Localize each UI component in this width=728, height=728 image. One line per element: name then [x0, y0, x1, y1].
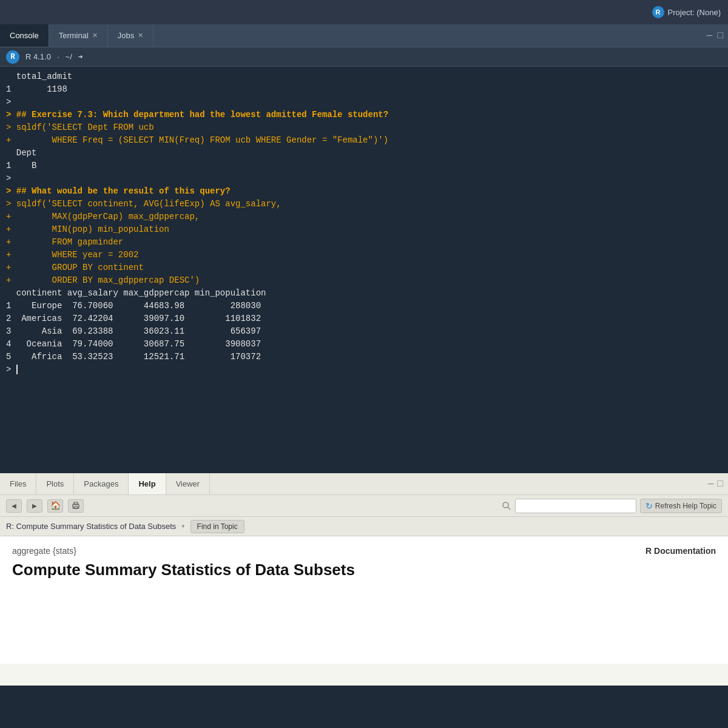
console-line-8: 1 B — [6, 160, 722, 172]
console-line-4: > ## Exercise 7.3: Which department had … — [6, 109, 722, 121]
tab-help[interactable]: Help — [129, 473, 166, 494]
breadcrumb-text: R: Compute Summary Statistics of Data Su… — [6, 522, 176, 531]
console-line-14: + FROM gapminder — [6, 236, 722, 249]
console-line-16: + GROUP BY continent — [6, 261, 722, 274]
console-table-row3: 3 Asia 69.23388 36023.11 656397 — [6, 325, 722, 338]
refresh-icon: ↻ — [645, 501, 653, 511]
console-line-1: total_admit — [6, 70, 722, 83]
tab-files[interactable]: Files — [0, 473, 36, 494]
console-table-row4: 4 Oceania 79.74000 30687.75 3908037 — [6, 338, 722, 351]
console-table-header: continent avg_salary max_gdppercap min_p… — [6, 287, 722, 300]
svg-point-3 — [503, 502, 508, 508]
forward-button[interactable]: ▶ — [27, 499, 42, 513]
print-button[interactable] — [68, 499, 84, 513]
r-version-path: ~/ — [66, 52, 72, 61]
r-version-sep: · — [57, 52, 59, 61]
bottom-tab-right-controls: — □ — [708, 473, 728, 494]
console-line-2: 1 1198 — [6, 83, 722, 96]
top-bar: R Project: (None) — [0, 0, 728, 24]
tab-packages[interactable]: Packages — [74, 473, 129, 494]
bottom-minimize-icon[interactable]: — — [708, 479, 714, 490]
breadcrumb-dropdown-icon[interactable]: ▾ — [181, 522, 185, 531]
terminal-close-icon[interactable]: ✕ — [92, 32, 98, 39]
search-icon — [502, 501, 511, 511]
tab-terminal[interactable]: Terminal ✕ — [49, 24, 108, 47]
r-logo-icon: R — [652, 6, 664, 18]
bottom-tab-bar: Files Plots Packages Help Viewer — □ — [0, 473, 728, 495]
bottom-panel: Files Plots Packages Help Viewer — □ ◀ ▶… — [0, 473, 728, 686]
console-line-6: + WHERE Freq = (SELECT MIN(Freq) FROM uc… — [6, 134, 722, 147]
console-line-9: > — [6, 172, 722, 185]
r-version-bar: R R 4.1.0 · ~/ ➜ — [0, 47, 728, 67]
svg-rect-1 — [74, 502, 78, 505]
r-arrow-icon: ➜ — [78, 52, 83, 62]
tab-plots[interactable]: Plots — [36, 473, 74, 494]
console-table-row1: 1 Europe 76.70060 44683.98 288030 — [6, 300, 722, 312]
console-table-row5: 5 Africa 53.32523 12521.71 170372 — [6, 351, 722, 363]
console-table-row2: 2 Americas 72.42204 39097.10 1101832 — [6, 312, 722, 325]
tab-console[interactable]: Console — [0, 24, 49, 47]
console-line-17: + ORDER BY max_gdppercap DESC') — [6, 274, 722, 287]
refresh-label: Refresh Help Topic — [655, 502, 716, 510]
minimize-icon[interactable]: — — [707, 30, 713, 41]
help-toolbar: ◀ ▶ 🏠 ↻ Refresh Help Topic — [0, 495, 728, 517]
project-badge: R Project: (None) — [652, 6, 721, 18]
console-prompt-final: > ​ — [6, 363, 722, 376]
find-in-topic-button[interactable]: Find in Topic — [190, 520, 244, 533]
refresh-help-button[interactable]: ↻ Refresh Help Topic — [640, 499, 722, 513]
bottom-maximize-icon[interactable]: □ — [717, 479, 723, 490]
console-line-15: + WHERE year = 2002 — [6, 249, 722, 261]
console-area[interactable]: total_admit 1 1198 > > ## Exercise 7.3: … — [0, 67, 728, 473]
help-page-title: Compute Summary Statistics of Data Subse… — [12, 561, 716, 579]
console-line-7: Dept — [6, 147, 722, 160]
back-button[interactable]: ◀ — [6, 499, 22, 513]
search-box: ↻ Refresh Help Topic — [502, 499, 722, 513]
help-package-line: aggregate {stats} R Documentation — [12, 546, 716, 556]
help-search-input[interactable] — [515, 499, 636, 513]
console-line-5: > sqldf('SELECT Dept FROM ucb — [6, 121, 722, 134]
svg-rect-2 — [74, 507, 78, 508]
r-version-icon: R — [6, 50, 19, 64]
r-version-text: R 4.1.0 — [25, 52, 51, 61]
svg-line-4 — [508, 507, 510, 510]
console-line-3: > — [6, 96, 722, 109]
tab-right-controls: — □ — [707, 24, 728, 47]
console-line-11: > sqldf('SELECT continent, AVG(lifeExp) … — [6, 198, 722, 211]
home-button[interactable]: 🏠 — [47, 499, 63, 513]
tab-bar: Console Terminal ✕ Jobs ✕ — □ — [0, 24, 728, 47]
console-line-12: + MAX(gdpPerCap) max_gdppercap, — [6, 211, 722, 223]
console-line-13: + MIN(pop) min_population — [6, 223, 722, 236]
help-package-name: aggregate {stats} — [12, 546, 76, 556]
console-line-10: > ## What would be the result of this qu… — [6, 185, 722, 198]
tab-jobs[interactable]: Jobs ✕ — [108, 24, 153, 47]
maximize-icon[interactable]: □ — [717, 30, 723, 41]
help-content: aggregate {stats} R Documentation Comput… — [0, 536, 728, 664]
jobs-close-icon[interactable]: ✕ — [138, 32, 143, 39]
project-label: Project: (None) — [668, 8, 721, 17]
help-r-documentation: R Documentation — [645, 546, 716, 556]
tab-viewer[interactable]: Viewer — [166, 473, 211, 494]
help-breadcrumb: R: Compute Summary Statistics of Data Su… — [0, 517, 728, 536]
